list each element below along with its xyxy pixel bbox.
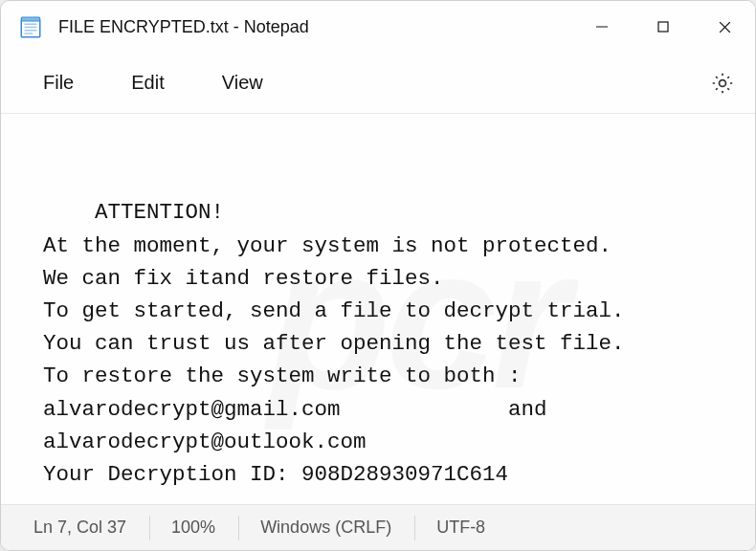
- svg-rect-7: [658, 22, 668, 32]
- status-eol: Windows (CRLF): [260, 505, 414, 550]
- gear-icon: [710, 71, 735, 96]
- status-position: Ln 7, Col 37: [33, 505, 149, 550]
- statusbar: Ln 7, Col 37 100% Windows (CRLF) UTF-8: [1, 504, 755, 550]
- menubar: File Edit View: [1, 53, 755, 114]
- svg-rect-1: [21, 17, 40, 21]
- settings-button[interactable]: [701, 62, 744, 104]
- menu-edit[interactable]: Edit: [102, 62, 192, 103]
- status-encoding: UTF-8: [436, 505, 508, 550]
- titlebar[interactable]: FILE ENCRYPTED.txt - Notepad: [1, 1, 755, 53]
- minimize-button[interactable]: [571, 1, 633, 53]
- close-button[interactable]: [694, 1, 755, 53]
- text-area[interactable]: pcr ATTENTION! At the moment, your syste…: [1, 114, 755, 504]
- svg-rect-0: [21, 19, 40, 36]
- svg-point-10: [720, 79, 726, 86]
- window-title: FILE ENCRYPTED.txt - Notepad: [58, 17, 309, 37]
- menu-file[interactable]: File: [14, 62, 102, 103]
- status-zoom: 100%: [171, 505, 238, 550]
- maximize-button[interactable]: [633, 1, 694, 53]
- window-controls: [571, 1, 755, 53]
- notepad-window: FILE ENCRYPTED.txt - Notepad File Edit V…: [0, 0, 756, 551]
- document-body: ATTENTION! At the moment, your system is…: [43, 200, 625, 487]
- menu-view[interactable]: View: [193, 62, 292, 103]
- notepad-icon: [18, 14, 43, 39]
